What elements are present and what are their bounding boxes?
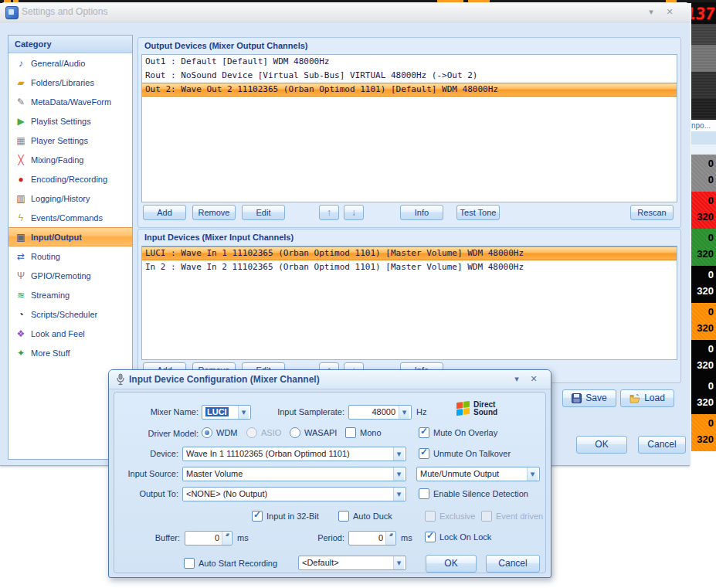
input-32bit-checkbox[interactable]: Input in 32-Bit: [252, 511, 319, 522]
mono-checkbox[interactable]: Mono: [345, 427, 382, 438]
input-source-combo[interactable]: Master Volume: [182, 467, 406, 481]
close-icon[interactable]: ✕: [528, 374, 540, 384]
sidebar-item-player-settings[interactable]: ▦ Player Settings: [8, 131, 132, 150]
test-tone-button[interactable]: Test Tone: [456, 205, 500, 220]
sidebar-item-general-audio[interactable]: ♪ General/Audio: [8, 53, 132, 73]
window-title: Settings and Options: [22, 6, 107, 17]
period-spinner[interactable]: 0: [348, 531, 396, 546]
mono-label: Mono: [360, 428, 382, 437]
talkover-action-combo[interactable]: Mute/Unmute Output: [416, 467, 540, 481]
auto-start-recording-checkbox[interactable]: Auto Start Recording: [184, 558, 277, 569]
input-device-row[interactable]: In 2 : Wave In 2 11102365 (Orban Optimod…: [142, 260, 677, 274]
lock-on-lock-checkbox[interactable]: Lock On Lock: [425, 532, 491, 542]
meter-bottom-value: 320: [697, 249, 714, 260]
sidebar-item-more-stuff[interactable]: ✦ More Stuff: [8, 343, 132, 362]
device-label: Device:: [132, 449, 178, 458]
sidebar-item-folders-libraries[interactable]: ▰ Folders/Libraries: [8, 73, 132, 92]
radio-wasapi[interactable]: WASAPI: [290, 427, 337, 438]
dialog-title: Input Device Configuration (Mixer Channe…: [129, 374, 320, 385]
ok-button[interactable]: OK: [576, 436, 627, 454]
sidebar-item-label: More Stuff: [31, 348, 70, 358]
cancel-button[interactable]: Cancel: [638, 436, 686, 454]
meter-bottom-value: 320: [697, 434, 714, 445]
device-combo[interactable]: Wave In 1 11102365 (Orban Optimod 1101): [182, 447, 406, 461]
input-samplerate-combo[interactable]: 48000: [348, 405, 412, 420]
screen: 137 npo... 0 0 0 320 0 320 0 320 0 320 0: [0, 0, 716, 588]
pin-icon[interactable]: ▾: [511, 374, 523, 384]
input-source-value: Master Volume: [186, 469, 243, 478]
output-devices-group: Output Devices (Mixer Output Channels) O…: [137, 37, 681, 228]
sidebar-item-gpio-remoting[interactable]: Ψ GPIO/Remoting: [8, 266, 132, 285]
sidebar-item-label: Player Settings: [31, 136, 88, 145]
sidebar-item-look-and-feel[interactable]: ❖ Look and Feel: [8, 324, 132, 343]
sidebar-item-encoding-recording[interactable]: ● Encoding/Recording: [8, 169, 132, 189]
buffer-label: Buffer:: [141, 533, 180, 542]
output-move-down-button[interactable]: ↓: [344, 205, 364, 220]
meter-block: 0 320: [691, 414, 716, 451]
sidebar-item-metadata-waveform[interactable]: ✎ MetaData/WaveForm: [8, 92, 132, 111]
close-icon[interactable]: ✕: [663, 7, 676, 17]
meter-top-value: 0: [708, 307, 714, 318]
device-value: Wave In 1 11102365 (Orban Optimod 1101): [186, 449, 350, 458]
sidebar-item-streaming[interactable]: ≋ Streaming: [8, 285, 132, 304]
output-to-combo[interactable]: <NONE> (No Output): [182, 487, 406, 501]
radio-wdm[interactable]: WDM: [202, 427, 238, 438]
recording-preset-combo[interactable]: <Default>: [298, 556, 406, 570]
sidebar-item-label: Streaming: [31, 291, 70, 300]
auto-duck-checkbox[interactable]: Auto Duck: [338, 511, 392, 522]
samplerate-unit-label: Hz: [416, 407, 426, 416]
sidebar-item-events-commands[interactable]: ϟ Events/Commands: [8, 208, 132, 227]
buffer-spinner[interactable]: 0: [185, 531, 232, 546]
io-device-icon: ▣: [14, 232, 28, 243]
meter-top-value: 0: [708, 270, 714, 280]
period-value: 0: [378, 533, 383, 542]
directsound-logo: DirectSound: [456, 401, 497, 416]
meter-block: 0 320: [691, 340, 716, 377]
meter-block: 0 320: [691, 192, 716, 229]
driver-model-label: Driver Model:: [132, 429, 199, 438]
mixer-name-input[interactable]: LUCI: [202, 405, 251, 420]
dialog-ok-button[interactable]: OK: [426, 555, 477, 573]
radio-asio-label: ASIO: [261, 428, 281, 437]
output-device-row-selected[interactable]: Out 2: Wave Out 2 11102365 (Orban Optimo…: [142, 83, 677, 97]
mixer-name-value: LUCI: [205, 407, 229, 416]
output-device-row[interactable]: Rout : NoSound Device [Virtual Sub-Bus] …: [142, 69, 677, 83]
mixer-name-label: Mixer Name:: [132, 407, 199, 416]
sidebar-item-scripts-scheduler[interactable]: ◔ Scripts/Scheduler: [8, 304, 132, 324]
input-devices-list: LUCI : Wave In 1 11102365 (Orban Optimod…: [141, 246, 677, 360]
load-button[interactable]: Load: [620, 389, 674, 407]
input-device-row-selected[interactable]: LUCI : Wave In 1 11102365 (Orban Optimod…: [142, 246, 677, 260]
output-remove-button[interactable]: Remove: [192, 205, 236, 220]
input-devices-group: Input Devices (Mixer Input Channels) LUC…: [137, 229, 681, 383]
sidebar-item-routing[interactable]: ⇄ Routing: [8, 246, 132, 266]
sidebar-item-input-output[interactable]: ▣ Input/Output: [8, 227, 132, 246]
streaming-icon: ≋: [14, 290, 28, 301]
checkbox-box: [184, 558, 195, 569]
sidebar-item-playlist-settings[interactable]: ▶ Playlist Settings: [8, 111, 132, 131]
dialog-cancel-button[interactable]: Cancel: [486, 555, 540, 573]
lock-on-lock-label: Lock On Lock: [439, 532, 491, 542]
background-texture: [691, 45, 716, 72]
output-edit-button[interactable]: Edit: [242, 205, 285, 220]
mute-on-overlay-checkbox[interactable]: Mute On Overlay: [419, 427, 497, 438]
meter-top-value: 0: [708, 381, 714, 392]
lightning-icon: ϟ: [14, 212, 28, 223]
output-info-button[interactable]: Info: [400, 205, 443, 220]
save-button[interactable]: Save: [562, 389, 616, 407]
checkbox-box: [419, 448, 429, 459]
antenna-icon: Ψ: [14, 270, 28, 281]
rescan-button[interactable]: Rescan: [630, 205, 674, 220]
sidebar-item-logging-history[interactable]: ▥ Logging/History: [8, 189, 132, 208]
meter-top-value: 0: [708, 344, 714, 355]
enable-silence-detection-checkbox[interactable]: Enable Silence Detection: [419, 488, 528, 499]
output-add-button[interactable]: Add: [143, 205, 186, 220]
output-device-row[interactable]: Out1 : Default [Default] WDM 48000Hz: [142, 55, 677, 69]
more-stuff-icon: ✦: [14, 348, 28, 359]
crossfade-icon: ╳: [14, 155, 28, 165]
output-move-up-button[interactable]: ↑: [319, 205, 339, 220]
unmute-on-talkover-checkbox[interactable]: Unmute On Talkover: [419, 448, 511, 459]
checkbox-box: [338, 511, 349, 522]
windows-flag-icon: [456, 401, 470, 417]
sidebar-item-mixing-fading[interactable]: ╳ Mixing/Fading: [8, 150, 132, 169]
pin-icon[interactable]: ▾: [645, 7, 657, 17]
